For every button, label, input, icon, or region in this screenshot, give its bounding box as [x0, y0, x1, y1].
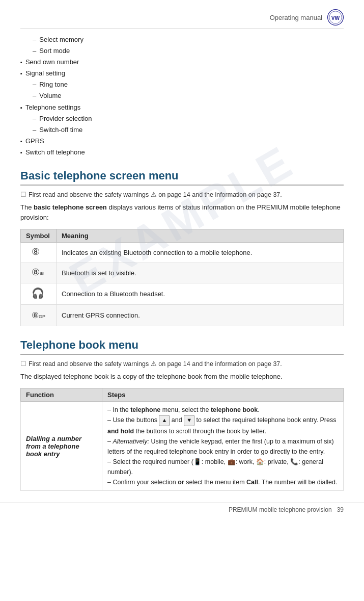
bullet-icon: ▪ [20, 58, 22, 67]
basic-body-para: The basic telephone screen displays vari… [20, 202, 344, 223]
page-footer: PREMIUM mobile telephone provision 39 [0, 503, 364, 513]
vw-logo-icon: VW [327, 9, 344, 25]
table-header-row: Symbol Meaning [21, 229, 344, 243]
down-button: ▼ [184, 415, 194, 426]
note-text: First read and observe the safety warnin… [29, 191, 282, 198]
meaning-cell: Indicates an existing Bluetooth connecti… [57, 243, 344, 263]
symbol-cell: ⑧ GP [21, 305, 57, 326]
col-steps: Steps [102, 388, 344, 402]
call-label: Call [246, 479, 258, 486]
list-item: ▪ GPRS [20, 136, 344, 147]
gprs-icon: ⑧ GP [32, 308, 46, 320]
symbol-cell: ⑧ ≋ [21, 263, 57, 283]
bluetooth-icon: ⑧ [32, 246, 46, 257]
work-icon: 💼 [228, 458, 236, 465]
or-label: or [178, 479, 184, 486]
meaning-cell: Connection to a Bluetooth headset. [57, 283, 344, 305]
basic-section-heading: Basic telephone screen menu [20, 169, 344, 186]
svg-text:GP: GP [39, 314, 45, 319]
basic-table: Symbol Meaning ⑧ Indicates an existing B… [20, 229, 344, 326]
telephone-body-para: The displayed telephone book is a copy o… [20, 372, 344, 382]
table-row: ⑧ ≋ Bluetooth is set to visible. [21, 263, 344, 283]
table-row: Dialling a number from a telephone book … [21, 402, 344, 491]
svg-text:≋: ≋ [40, 271, 44, 276]
telephone-note: ☐ First read and observe the safety warn… [20, 360, 344, 368]
bluetooth-visible-icon: ⑧ ≋ [32, 266, 46, 277]
meaning-cell: Bluetooth is set to visible. [57, 263, 344, 283]
steps-cell: – In the telephone menu, select the tele… [102, 402, 344, 491]
list-item: ▪ Switch off telephone [20, 147, 344, 158]
dash-icon: – [33, 45, 36, 57]
page-header: Operating manual VW [20, 9, 344, 29]
dash-icon: – [33, 90, 36, 101]
book-icon2: ☐ [20, 360, 26, 368]
table-row: ⑧ GP Current GPRS connection. [21, 305, 344, 326]
table-row: 🎧 Connection to a Bluetooth headset. [21, 283, 344, 305]
svg-text:⑧: ⑧ [32, 311, 39, 320]
footer-page: 39 [337, 506, 344, 513]
list-item: – Ring tone [20, 79, 344, 90]
list-item: ▪ Signal setting [20, 68, 344, 79]
svg-text:🎧: 🎧 [32, 287, 44, 299]
warning-icon: ⚠ [151, 191, 158, 198]
list-item: – Volume [20, 90, 344, 101]
col-symbol: Symbol [21, 229, 57, 243]
headset-icon: 🎧 [32, 286, 46, 299]
list-item: – Switch-off time [20, 124, 344, 136]
up-button: ▲ [159, 415, 170, 426]
list-item: – Sort mode [20, 45, 344, 57]
dash-icon: – [33, 79, 36, 90]
symbol-cell: 🎧 [21, 283, 57, 305]
svg-text:⑧: ⑧ [32, 247, 40, 257]
telephone-section-heading: Telephone book menu [20, 338, 344, 355]
function-cell: Dialling a number from a telephone book … [21, 402, 102, 491]
basic-note: ☐ First read and observe the safety warn… [20, 191, 344, 198]
telephone-section: Telephone book menu ☐ First read and obs… [20, 338, 344, 491]
bullet-icon: ▪ [20, 103, 22, 113]
col-function: Function [21, 388, 102, 402]
bullet-icon: ▪ [20, 137, 22, 146]
book-icon: ☐ [20, 191, 26, 198]
bullet-icon: ▪ [20, 148, 22, 158]
symbol-cell: ⑧ [21, 243, 57, 263]
footer-text: PREMIUM mobile telephone provision [229, 506, 332, 513]
telephone-label: telephone [130, 406, 160, 413]
list-item: – Select memory [20, 34, 344, 45]
page-container: EXAMPLE Operating manual VW – Select mem… [0, 0, 364, 524]
mobile-icon: 📱 [193, 458, 202, 465]
header-title: Operating manual [270, 14, 322, 21]
col-meaning: Meaning [57, 229, 344, 243]
list-item: – Provider selection [20, 113, 344, 124]
note-text2: First read and observe the safety warnin… [29, 360, 282, 368]
list-item: ▪ Telephone settings [20, 102, 344, 113]
telephone-table: Function Steps Dialling a number from a … [20, 388, 344, 491]
alternatively-label: Alternatively: [113, 438, 149, 445]
warning-icon2: ⚠ [151, 360, 158, 368]
svg-text:VW: VW [331, 15, 340, 21]
dash-icon: – [33, 113, 36, 124]
and-hold-label: and hold [107, 428, 134, 435]
table-header-row: Function Steps [21, 388, 344, 402]
table-row: ⑧ Indicates an existing Bluetooth connec… [21, 243, 344, 263]
dash-icon: – [33, 34, 36, 45]
dash-icon: – [33, 124, 36, 136]
meaning-cell: Current GPRS connection. [57, 305, 344, 326]
svg-text:⑧: ⑧ [32, 267, 40, 277]
basic-section: Basic telephone screen menu ☐ First read… [20, 169, 344, 326]
bullet-icon: ▪ [20, 69, 22, 79]
bullet-list: – Select memory – Sort mode ▪ Send own n… [20, 34, 344, 158]
private-icon: 🏠 [256, 458, 264, 465]
telephone-book-label: telephone book [211, 406, 258, 413]
general-icon: 📞 [290, 458, 298, 465]
list-item: ▪ Send own number [20, 57, 344, 68]
